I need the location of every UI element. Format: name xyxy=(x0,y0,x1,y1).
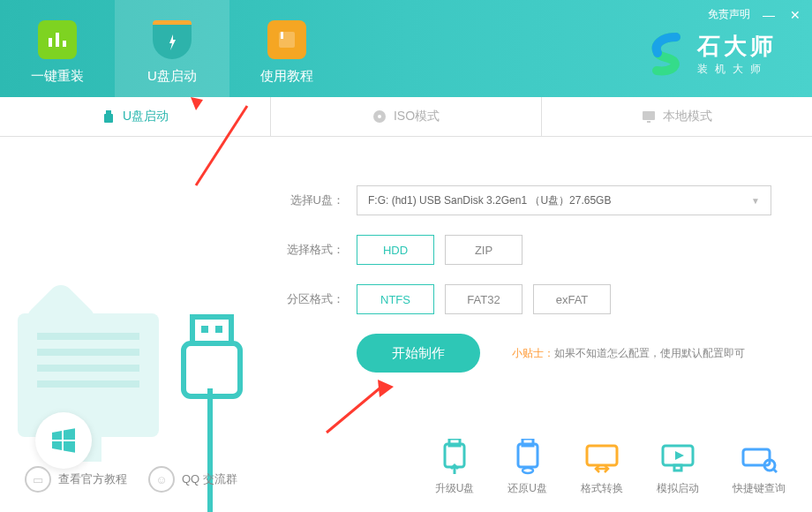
windows-icon xyxy=(35,412,92,469)
svg-rect-6 xyxy=(104,114,113,123)
disk-select[interactable]: F:G: (hd1) USB SanDisk 3.2Gen1 （U盘）27.65… xyxy=(357,185,771,215)
svg-rect-26 xyxy=(674,465,681,471)
partition-option-exfat[interactable]: exFAT xyxy=(533,284,611,314)
footer-links: ▭ 查看官方教程 ☺ QQ 交流群 xyxy=(25,466,237,493)
svg-rect-9 xyxy=(643,111,655,120)
action-label: 快捷键查询 xyxy=(733,481,786,496)
svg-rect-0 xyxy=(49,38,52,47)
bar-chart-icon xyxy=(38,20,77,59)
app-logo: 石大师 装机大师 xyxy=(644,31,777,77)
sub-tabs: U盘启动 ISO模式 本地模式 xyxy=(0,97,812,137)
nav-label: 使用教程 xyxy=(260,68,313,85)
svg-rect-20 xyxy=(449,439,460,446)
action-label: 格式转换 xyxy=(581,481,623,496)
tip-text: 小贴士：如果不知道怎么配置，使用默认配置即可 xyxy=(512,346,745,361)
action-bar: 升级U盘 还原U盘 格式转换 模拟启动 快捷键查询 xyxy=(435,439,786,496)
svg-point-8 xyxy=(378,115,381,118)
action-upgrade-usb[interactable]: 升级U盘 xyxy=(435,439,475,496)
svg-rect-22 xyxy=(523,439,533,446)
format-label: 选择格式： xyxy=(282,242,344,258)
svg-rect-2 xyxy=(63,41,66,47)
format-convert-icon xyxy=(583,439,620,476)
svg-rect-13 xyxy=(215,326,222,333)
action-label: 还原U盘 xyxy=(508,481,547,496)
svg-rect-12 xyxy=(201,326,208,333)
keyboard-search-icon xyxy=(741,439,778,476)
tab-label: ISO模式 xyxy=(394,109,440,124)
partition-label: 分区格式： xyxy=(282,291,344,307)
start-button[interactable]: 开始制作 xyxy=(357,334,480,373)
format-option-hdd[interactable]: HDD xyxy=(357,235,434,265)
book-icon xyxy=(267,20,306,59)
tab-local-mode[interactable]: 本地模式 xyxy=(542,97,812,136)
action-restore-usb[interactable]: 还原U盘 xyxy=(508,439,547,496)
svg-line-29 xyxy=(773,469,777,472)
partition-option-ntfs[interactable]: NTFS xyxy=(357,284,434,314)
svg-marker-25 xyxy=(675,451,684,460)
action-label: 升级U盘 xyxy=(435,481,475,496)
tab-iso-mode[interactable]: ISO模式 xyxy=(271,97,542,136)
svg-rect-23 xyxy=(587,446,617,465)
nav-usb-boot[interactable]: U盘启动 xyxy=(115,0,229,97)
close-button[interactable]: ✕ xyxy=(787,8,803,22)
nav-reinstall[interactable]: 一键重装 xyxy=(0,0,115,97)
minimize-button[interactable]: — xyxy=(761,8,777,22)
upgrade-usb-icon xyxy=(436,439,473,476)
svg-rect-21 xyxy=(518,444,538,467)
svg-rect-1 xyxy=(56,33,59,47)
action-hotkey-lookup[interactable]: 快捷键查询 xyxy=(733,439,786,496)
partition-option-fat32[interactable]: FAT32 xyxy=(445,284,523,314)
disc-icon xyxy=(372,109,387,124)
disclaimer-link[interactable]: 免责声明 xyxy=(708,7,750,22)
format-option-zip[interactable]: ZIP xyxy=(445,235,523,265)
simulate-boot-icon xyxy=(659,439,696,476)
users-icon: ☺ xyxy=(148,466,175,493)
nav-tutorial[interactable]: 使用教程 xyxy=(229,0,344,97)
svg-rect-11 xyxy=(192,317,231,343)
link-official-tutorial[interactable]: ▭ 查看官方教程 xyxy=(25,466,127,493)
illustration-panel xyxy=(0,137,256,463)
tab-label: U盘启动 xyxy=(123,109,169,124)
disk-value: F:G: (hd1) USB SanDisk 3.2Gen1 （U盘）27.65… xyxy=(368,193,611,208)
usb-icon xyxy=(102,109,116,124)
restore-usb-icon xyxy=(509,439,546,476)
svg-rect-10 xyxy=(647,121,650,123)
disk-label: 选择U盘： xyxy=(282,192,344,208)
form-panel: 选择U盘： F:G: (hd1) USB SanDisk 3.2Gen1 （U盘… xyxy=(256,137,812,463)
link-label: 查看官方教程 xyxy=(58,471,127,487)
app-header: 免责声明 — ✕ 一键重装 U盘启动 使用教程 石大师 装机大师 xyxy=(0,0,812,97)
logo-s-icon xyxy=(644,32,688,76)
svg-rect-4 xyxy=(281,32,283,39)
shield-bolt-icon xyxy=(153,20,192,59)
svg-rect-5 xyxy=(106,110,111,114)
action-simulate-boot[interactable]: 模拟启动 xyxy=(657,439,699,496)
action-label: 模拟启动 xyxy=(657,481,699,496)
link-qq-group[interactable]: ☺ QQ 交流群 xyxy=(148,466,237,493)
nav-label: 一键重装 xyxy=(31,68,84,85)
monitor-icon xyxy=(642,109,656,124)
logo-title: 石大师 xyxy=(697,31,777,62)
tab-label: 本地模式 xyxy=(663,109,712,124)
tab-usb-boot[interactable]: U盘启动 xyxy=(0,97,271,136)
book-open-icon: ▭ xyxy=(25,466,51,493)
link-label: QQ 交流群 xyxy=(182,471,237,487)
nav-label: U盘启动 xyxy=(147,68,197,85)
action-format-convert[interactable]: 格式转换 xyxy=(581,439,623,496)
logo-subtitle: 装机大师 xyxy=(697,62,777,77)
